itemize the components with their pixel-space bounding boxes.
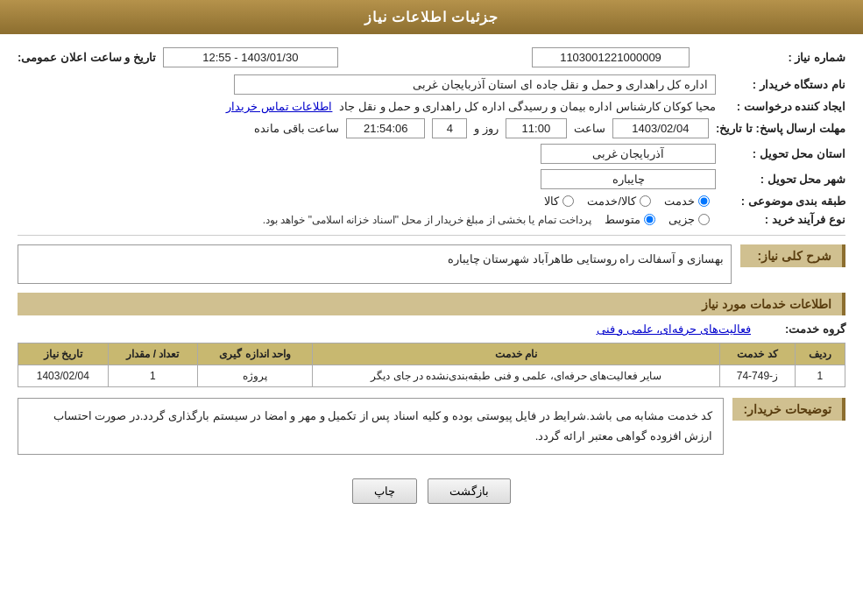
tabaqe-khadamat[interactable]: خدمت [664,195,710,208]
mohlat-label: مهلت ارسال پاسخ: تا تاریخ: [716,122,845,135]
back-button[interactable]: بازگشت [428,478,511,504]
service-table-header-row: ردیف کد خدمت نام خدمت واحد اندازه گیری ت… [18,343,845,365]
row-shahr: شهر محل تحویل : چایباره [18,169,845,189]
page-header: جزئیات اطلاعات نیاز [0,0,863,34]
tabaqe-kala-khadamat[interactable]: کالا/خدمت [587,195,651,208]
tarikh-elan-group: 1403/01/30 - 12:55 تاریخ و ساعت اعلان عم… [18,47,338,67]
noe-farayand-motawaset-label: متوسط [605,213,640,226]
divider-1 [18,235,845,236]
grouh-khadamat-label: گروه خدمت: [758,322,845,336]
khadamat-section-title: اطلاعات خدمات مورد نیاز [18,293,845,315]
sharh-niaz-value: بهسازی و آسفالت راه روستایی طاهرآباد شهر… [18,244,732,284]
shomara-niaz-value: 1103001221000009 [532,47,690,67]
tozihat-label: توضیحات خریدار: [732,398,845,421]
noe-farayand-motawaset-radio[interactable] [644,214,655,225]
sharh-niaz-title: شرح کلی نیاز: [740,244,845,267]
tarikh-elan-value: 1403/01/30 - 12:55 [163,47,338,67]
noe-farayand-motawaset[interactable]: متوسط [605,213,655,226]
cell-radif: 1 [795,365,845,387]
service-table: ردیف کد خدمت نام خدمت واحد اندازه گیری ت… [18,343,845,387]
mohlat-remaining: 21:54:06 [346,118,425,138]
ijad-konande-link[interactable]: اطلاعات تماس خریدار [226,100,332,113]
table-row: 1 ز-749-74 سایر فعالیت‌های حرفه‌ای، علمی… [18,365,845,387]
cell-nam: سایر فعالیت‌های حرفه‌ای، علمی و فنی طبقه… [313,365,720,387]
print-button[interactable]: چاپ [352,478,417,504]
tabaqe-kala-radio[interactable] [562,195,574,207]
cell-tedad: 1 [108,365,198,387]
tabaqe-kala-khadamat-radio[interactable] [640,195,651,207]
mohlat-remaining-label: ساعت باقی مانده [254,122,339,135]
col-nam: نام خدمت [313,343,720,365]
grouh-khadamat-group: گروه خدمت: فعالیت‌های حرفه‌ای، علمی و فن… [18,322,845,336]
row-mohlat: مهلت ارسال پاسخ: تا تاریخ: 1403/02/04 سا… [18,118,845,138]
page-title: جزئیات اطلاعات نیاز [364,10,499,25]
mohlat-roz-label: روز و [474,122,499,135]
col-radif: ردیف [795,343,845,365]
noe-farayand-label: نوع فرآیند خرید : [723,213,845,226]
ijad-konande-value: محیا کوکان کارشناس اداره بیمان و رسیدگی … [339,100,716,113]
noe-farayand-jozi-label: جزیی [668,213,695,226]
noe-farayand-group: نوع فرآیند خرید : جزیی متوسط پرداخت تمام… [18,213,845,226]
sharh-niaz-section: شرح کلی نیاز: بهسازی و آسفالت راه روستای… [18,244,845,284]
page-wrapper: جزئیات اطلاعات نیاز شماره نیاز : 1103001… [0,0,863,616]
noe-farayand-desc: پرداخت تمام یا بخشی از مبلغ خریدار از مح… [263,214,591,226]
cell-kod: ز-749-74 [720,365,796,387]
tabaqe-khadamat-radio[interactable] [698,195,710,207]
shomara-niaz-label: شماره نیاز : [697,51,845,64]
row-shomara-tarikh: شماره نیاز : 1103001221000009 1403/01/30… [18,47,845,67]
ijad-konande-group: ایجاد کننده درخواست : محیا کوکان کارشناس… [18,100,845,113]
col-vahed: واحد اندازه گیری [198,343,313,365]
row-nam-dastgah: نام دستگاه خریدار : اداره کل راهداری و ح… [18,74,845,95]
mohlat-saat: 11:00 [506,118,567,138]
service-table-head: ردیف کد خدمت نام خدمت واحد اندازه گیری ت… [18,343,845,365]
mohlat-group: مهلت ارسال پاسخ: تا تاریخ: 1403/02/04 سا… [18,118,845,138]
col-tarikh: تاریخ نیاز [18,343,109,365]
cell-tarikh: 1403/02/04 [18,365,109,387]
tozihat-content: کد خدمت مشابه می باشد.شرایط در فایل پیوس… [18,398,724,465]
shahr-group: شهر محل تحویل : چایباره [18,169,845,189]
tabaqe-khadamat-label: خدمت [664,195,695,208]
ostan-group: استان محل تحویل : آذربایجان غربی [18,144,845,164]
shahr-label: شهر محل تحویل : [723,173,845,186]
row-grouh-khadamat: گروه خدمت: فعالیت‌های حرفه‌ای، علمی و فن… [18,322,845,336]
tabaqe-label: طبقه بندی موضوعی : [723,195,845,208]
nam-dastgah-label: نام دستگاه خریدار : [723,78,845,91]
tozihat-section: توضیحات خریدار: کد خدمت مشابه می باشد.شر… [18,398,845,465]
tabaqe-kala[interactable]: کالا [544,195,574,208]
buttons-row: بازگشت چاپ [18,478,845,504]
col-kod: کد خدمت [720,343,796,365]
noe-farayand-radio-group: جزیی متوسط [605,213,710,226]
nam-dastgah-value: اداره کل راهداری و حمل و نقل جاده ای است… [234,74,716,95]
row-noe-farayand: نوع فرآیند خرید : جزیی متوسط پرداخت تمام… [18,213,845,226]
tabaqe-radio-group: خدمت کالا/خدمت کالا [544,195,710,208]
row-ostan: استان محل تحویل : آذربایجان غربی [18,144,845,164]
noe-farayand-jozi[interactable]: جزیی [668,213,710,226]
shomara-niaz-group: شماره نیاز : 1103001221000009 [532,47,845,67]
cell-vahed: پروژه [198,365,313,387]
ostan-label: استان محل تحویل : [723,147,845,160]
noe-farayand-jozi-radio[interactable] [698,214,710,225]
service-table-body: 1 ز-749-74 سایر فعالیت‌های حرفه‌ای، علمی… [18,365,845,387]
tabaqe-group: طبقه بندی موضوعی : خدمت کالا/خدمت کالا [18,195,845,208]
grouh-khadamat-value[interactable]: فعالیت‌های حرفه‌ای، علمی و فنی [597,322,751,336]
row-tabaqe: طبقه بندی موضوعی : خدمت کالا/خدمت کالا [18,195,845,208]
shahr-value: چایباره [541,169,716,189]
nam-dastgah-group: نام دستگاه خریدار : اداره کل راهداری و ح… [18,74,845,95]
sharh-niaz-content: بهسازی و آسفالت راه روستایی طاهرآباد شهر… [18,244,732,284]
content-area: شماره نیاز : 1103001221000009 1403/01/30… [0,34,863,530]
tozihat-value: کد خدمت مشابه می باشد.شرایط در فایل پیوس… [18,398,724,455]
tabaqe-kala-khadamat-label: کالا/خدمت [587,195,636,208]
mohlat-saat-label: ساعت [574,122,605,135]
ijad-konande-label: ایجاد کننده درخواست : [723,100,845,113]
col-tedad: تعداد / مقدار [108,343,198,365]
mohlat-roz: 4 [432,118,467,138]
tabaqe-kala-label: کالا [544,195,559,208]
mohlat-date: 1403/02/04 [612,118,709,138]
tarikh-elan-label: تاریخ و ساعت اعلان عمومی: [18,51,156,64]
row-ijad-konande: ایجاد کننده درخواست : محیا کوکان کارشناس… [18,100,845,113]
ostan-value: آذربایجان غربی [541,144,716,164]
